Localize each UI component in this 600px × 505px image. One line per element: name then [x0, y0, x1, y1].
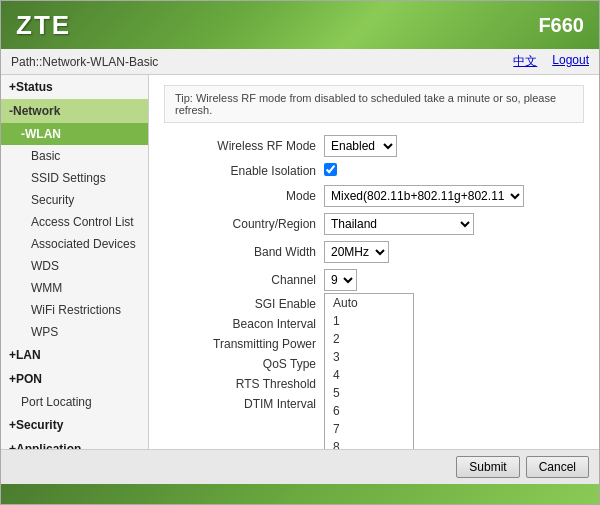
- sidebar-item-ssid[interactable]: SSID Settings: [1, 167, 148, 189]
- enable-isolation-label: Enable Isolation: [164, 164, 324, 178]
- band-width-label: Band Width: [164, 245, 324, 259]
- channel-control: 9 Auto 1 2 3 4 5 6 7 8 9 10: [324, 269, 584, 291]
- topbar-right: 中文 Logout: [513, 53, 589, 70]
- wireless-rf-mode-control: Enabled Disabled: [324, 135, 584, 157]
- channel-option-4[interactable]: 4: [325, 366, 413, 384]
- dtim-interval-label: DTIM Interval: [164, 397, 324, 411]
- channel-option-7[interactable]: 7: [325, 420, 413, 438]
- topbar: Path::Network-WLAN-Basic 中文 Logout: [1, 49, 599, 75]
- sidebar-item-port-locating[interactable]: Port Locating: [1, 391, 148, 413]
- sidebar-item-wifi-restrict[interactable]: WiFi Restrictions: [1, 299, 148, 321]
- channel-option-3[interactable]: 3: [325, 348, 413, 366]
- channel-option-auto[interactable]: Auto: [325, 294, 413, 312]
- sidebar-item-assoc[interactable]: Associated Devices: [1, 233, 148, 255]
- sidebar-item-pon[interactable]: +PON: [1, 367, 148, 391]
- sidebar-item-wps[interactable]: WPS: [1, 321, 148, 343]
- channel-label: Channel: [164, 273, 324, 287]
- band-width-select[interactable]: 20MHz 40MHz: [324, 241, 389, 263]
- channel-option-2[interactable]: 2: [325, 330, 413, 348]
- model: F660: [538, 14, 584, 37]
- sgi-enable-label: SGI Enable: [164, 297, 324, 311]
- wireless-rf-mode-label: Wireless RF Mode: [164, 139, 324, 153]
- enable-isolation-checkbox[interactable]: [324, 163, 337, 176]
- channel-option-6[interactable]: 6: [325, 402, 413, 420]
- sidebar-item-status[interactable]: +Status: [1, 75, 148, 99]
- country-region-control: Thailand: [324, 213, 584, 235]
- sidebar: +Status -Network -WLAN Basic SSID Settin…: [1, 75, 149, 449]
- sidebar-item-network[interactable]: -Network: [1, 99, 148, 123]
- logout-link[interactable]: Logout: [552, 53, 589, 70]
- content-area: +Status -Network -WLAN Basic SSID Settin…: [1, 75, 599, 449]
- breadcrumb: Path::Network-WLAN-Basic: [11, 55, 158, 69]
- header: ZTE F660: [1, 1, 599, 49]
- sidebar-item-wlan[interactable]: -WLAN: [1, 123, 148, 145]
- cancel-button[interactable]: Cancel: [526, 456, 589, 478]
- sidebar-item-security[interactable]: Security: [1, 189, 148, 211]
- mode-select[interactable]: Mixed(802.11b+802.11g+802.11n: [324, 185, 524, 207]
- tip-text: Tip: Wireless RF mode from disabled to s…: [175, 92, 556, 116]
- wireless-rf-mode-select[interactable]: Enabled Disabled: [324, 135, 397, 157]
- channel-row: Channel 9 Auto 1 2 3 4 5 6 7: [164, 269, 584, 291]
- rts-threshold-label: RTS Threshold: [164, 377, 324, 391]
- logo: ZTE: [16, 10, 71, 41]
- submit-button[interactable]: Submit: [456, 456, 519, 478]
- enable-isolation-control: [324, 163, 584, 179]
- wireless-rf-mode-row: Wireless RF Mode Enabled Disabled: [164, 135, 584, 157]
- country-region-select[interactable]: Thailand: [324, 213, 474, 235]
- mode-control: Mixed(802.11b+802.11g+802.11n: [324, 185, 584, 207]
- sidebar-item-basic[interactable]: Basic: [1, 145, 148, 167]
- country-region-row: Country/Region Thailand: [164, 213, 584, 235]
- main-panel: Tip: Wireless RF mode from disabled to s…: [149, 75, 599, 449]
- enable-isolation-row: Enable Isolation: [164, 163, 584, 179]
- sidebar-item-wds[interactable]: WDS: [1, 255, 148, 277]
- bottom-bar: Submit Cancel: [1, 449, 599, 484]
- sidebar-item-security-menu[interactable]: +Security: [1, 413, 148, 437]
- band-width-row: Band Width 20MHz 40MHz: [164, 241, 584, 263]
- channel-select[interactable]: 9: [324, 269, 357, 291]
- sidebar-item-wmm[interactable]: WMM: [1, 277, 148, 299]
- channel-option-1[interactable]: 1: [325, 312, 413, 330]
- channel-dropdown: Auto 1 2 3 4 5 6 7 8 9 10 11 12 13: [324, 293, 414, 449]
- mode-row: Mode Mixed(802.11b+802.11g+802.11n: [164, 185, 584, 207]
- band-width-control: 20MHz 40MHz: [324, 241, 584, 263]
- country-region-label: Country/Region: [164, 217, 324, 231]
- lang-switch[interactable]: 中文: [513, 53, 537, 70]
- sidebar-item-lan[interactable]: +LAN: [1, 343, 148, 367]
- channel-option-5[interactable]: 5: [325, 384, 413, 402]
- transmitting-power-label: Transmitting Power: [164, 337, 324, 351]
- sidebar-item-acl[interactable]: Access Control List: [1, 211, 148, 233]
- channel-option-8[interactable]: 8: [325, 438, 413, 449]
- bottom-strip: [1, 484, 599, 504]
- qos-type-label: QoS Type: [164, 357, 324, 371]
- mode-label: Mode: [164, 189, 324, 203]
- sidebar-item-application[interactable]: +Application: [1, 437, 148, 449]
- beacon-interval-label: Beacon Interval: [164, 317, 324, 331]
- tip-box: Tip: Wireless RF mode from disabled to s…: [164, 85, 584, 123]
